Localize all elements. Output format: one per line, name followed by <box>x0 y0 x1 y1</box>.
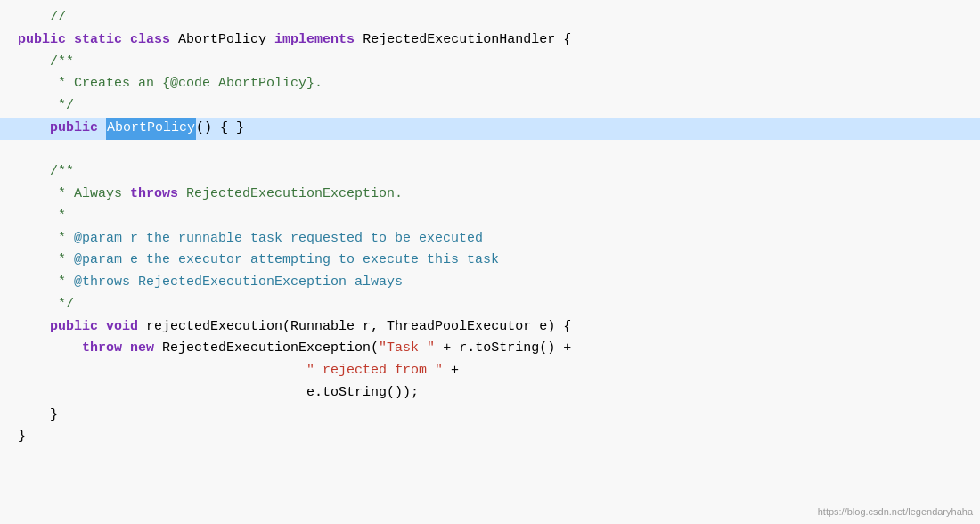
keyword-public: public <box>18 29 66 52</box>
code-line-empty <box>0 140 980 162</box>
comment-period: . <box>314 73 323 95</box>
string-task: "Task " <box>379 338 435 360</box>
indent <box>18 118 50 140</box>
code-line-close-method: } <box>0 405 980 427</box>
watermark: https://blog.csdn.net/legendaryhaha <box>818 504 973 520</box>
javadoc-close: */ <box>18 95 74 118</box>
code-line-throw: throw new RejectedExecutionException( "T… <box>0 338 980 360</box>
indent4 <box>18 382 306 405</box>
code-line-comment-close: */ <box>0 95 980 118</box>
code-line-javadoc2-open: /** <box>0 161 980 184</box>
comment-star-param-e: * <box>18 250 74 272</box>
comment-creates: * Creates an <box>18 73 162 95</box>
space <box>122 338 130 360</box>
code-line-comment-open: /** <box>0 52 980 74</box>
e-tostring: e.toString()); <box>306 382 419 405</box>
comment-always-throws: * Always <box>18 184 130 206</box>
comment-code-tag: {@code AbortPolicy} <box>162 73 314 95</box>
code-line: // <box>0 7 980 29</box>
keyword-throws-comment: throws <box>130 184 178 206</box>
concat-op2: + <box>443 360 459 382</box>
comment-throws-rest: RejectedExecutionException. <box>178 184 403 206</box>
method-name: rejectedExecution(Runnable r, ThreadPool… <box>138 316 571 339</box>
code-line-tostring: e.toString()); <box>0 382 980 405</box>
code-line-close-class: } <box>0 426 980 448</box>
indent <box>18 316 50 339</box>
keyword-static: static <box>74 29 122 52</box>
code-line-method-sig: public void rejectedExecution(Runnable r… <box>0 316 980 339</box>
code-line-javadoc2-close: */ <box>0 294 980 316</box>
space <box>122 29 130 52</box>
constructor-body: () { } <box>196 118 244 140</box>
indent2 <box>18 338 82 360</box>
comment-text: // <box>18 7 66 29</box>
constructor-name-highlighted: AbortPolicy <box>106 118 196 140</box>
code-viewer: // public static class AbortPolicy imple… <box>0 0 980 524</box>
javadoc-open: /** <box>18 52 74 74</box>
close-method-brace: } <box>18 405 58 427</box>
keyword-new: new <box>130 338 154 360</box>
comment-star-param-r: * <box>18 228 74 250</box>
javadoc2-close: */ <box>18 294 74 316</box>
keyword-public-method: public <box>50 316 98 339</box>
class-name: AbortPolicy <box>170 29 274 52</box>
string-rejected: " rejected from " <box>306 360 443 382</box>
code-line-always-throws: * Always throws RejectedExecutionExcepti… <box>0 184 980 206</box>
param-e-tag: @param e the executor attempting to exec… <box>74 250 499 272</box>
empty-space <box>18 140 26 162</box>
param-r-tag: @param r the runnable task requested to … <box>74 228 483 250</box>
code-line-param-r: * @param r the runnable task requested t… <box>0 228 980 250</box>
space <box>98 118 106 140</box>
close-class-brace: } <box>18 426 26 448</box>
comment-asterisk: * <box>18 206 66 228</box>
keyword-void: void <box>106 316 138 339</box>
interface-name: RejectedExecutionHandler { <box>355 29 571 52</box>
javadoc2-open: /** <box>18 161 74 184</box>
space <box>66 29 74 52</box>
space <box>98 316 106 339</box>
concat-op1: + r.toString() + <box>435 338 571 360</box>
code-line-constructor: public AbortPolicy () { } <box>0 118 980 140</box>
code-line-param-e: * @param e the executor attempting to ex… <box>0 250 980 272</box>
indent3 <box>18 360 306 382</box>
throws-tag: @throws RejectedExecutionException alway… <box>74 272 403 294</box>
code-line-string-concat: " rejected from " + <box>0 360 980 382</box>
code-line-creates: * Creates an {@code AbortPolicy} . <box>0 73 980 95</box>
code-line: public static class AbortPolicy implemen… <box>0 29 980 52</box>
keyword-class: class <box>130 29 170 52</box>
keyword-implements: implements <box>274 29 355 52</box>
comment-star-throws: * <box>18 272 74 294</box>
keyword-public-constructor: public <box>50 118 98 140</box>
code-line-asterisk: * <box>0 206 980 228</box>
keyword-throw: throw <box>82 338 122 360</box>
code-line-throws-tag: * @throws RejectedExecutionException alw… <box>0 272 980 294</box>
exception-name: RejectedExecutionException( <box>154 338 379 360</box>
